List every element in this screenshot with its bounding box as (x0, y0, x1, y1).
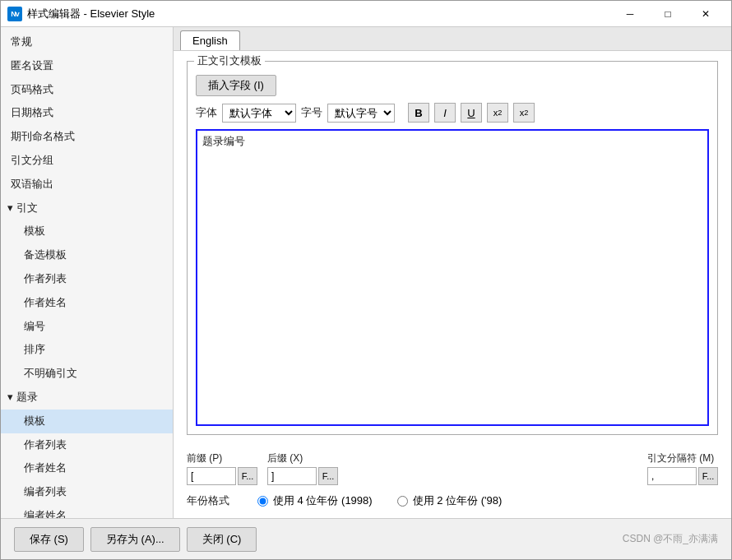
close-window-button[interactable]: ✕ (687, 1, 725, 27)
tab-english[interactable]: English (180, 30, 240, 50)
insert-field-button[interactable]: 插入字段 (I) (196, 75, 276, 96)
year-2digit-label[interactable]: 使用 2 位年份 ('98) (413, 493, 503, 508)
sidebar-item-citation-authorlist[interactable]: 作者列表 (1, 267, 173, 291)
sidebar-item-alias[interactable]: 匿名设置 (1, 54, 173, 78)
suffix-group: 后缀 (X) F... (267, 451, 338, 485)
suffix-btn[interactable]: F... (318, 467, 338, 485)
sidebar-item-citation-authorname[interactable]: 作者姓名 (1, 291, 173, 315)
sidebar-item-page-format[interactable]: 页码格式 (1, 78, 173, 102)
suffix-input[interactable] (267, 467, 317, 485)
separator-group: 引文分隔符 (M) F... (647, 451, 718, 485)
year-4digit-radio[interactable] (257, 496, 268, 507)
font-label: 字体 (196, 105, 217, 120)
title-bar: Nv 样式编辑器 - Elsevier Style ─ □ ✕ (1, 1, 731, 27)
subscript-button[interactable]: x2 (487, 103, 508, 123)
superscript-button[interactable]: x2 (513, 103, 535, 123)
sidebar-item-bib-template[interactable]: 模板 (1, 410, 173, 433)
minimize-button[interactable]: ─ (611, 1, 649, 27)
window-controls: ─ □ ✕ (611, 1, 725, 27)
separator-input[interactable] (647, 467, 697, 485)
sidebar-item-citation-template[interactable]: 模板 (1, 220, 173, 243)
suffix-row: F... (267, 467, 338, 485)
prefix-btn[interactable]: F... (238, 467, 257, 485)
close-button[interactable]: 关闭 (C) (187, 527, 257, 552)
prefix-input[interactable] (187, 467, 236, 485)
sidebar-item-citation-ambiguous[interactable]: 不明确引文 (1, 362, 173, 386)
bottom-fields: 前缀 (P) F... 后缀 (X) F... (187, 451, 718, 485)
section-legend: 正文引文模板 (194, 53, 265, 68)
tab-bar: English (174, 27, 731, 51)
right-panel: English 正文引文模板 插入字段 (I) 字体 默认字体 字号 (174, 27, 731, 518)
sidebar-item-bib-authorlist[interactable]: 作者列表 (1, 433, 173, 457)
sidebar-item-citation-group[interactable]: 引文分组 (1, 149, 173, 173)
separator-row: F... (647, 467, 718, 485)
sidebar-item-citation-number[interactable]: 编号 (1, 315, 173, 339)
separator-label: 引文分隔符 (M) (647, 451, 718, 465)
font-select[interactable]: 默认字体 (222, 104, 296, 123)
bottom-bar: 保存 (S) 另存为 (A)... 关闭 (C) CSDN @不雨_亦满满 (1, 518, 731, 559)
panel-content: 正文引文模板 插入字段 (I) 字体 默认字体 字号 默认字号 B (174, 51, 731, 518)
year-2digit-radio[interactable] (397, 496, 408, 507)
suffix-label: 后缀 (X) (267, 451, 338, 465)
year-4digit-label[interactable]: 使用 4 位年份 (1998) (273, 493, 373, 508)
window-title: 样式编辑器 - Elsevier Style (27, 7, 611, 21)
bold-button[interactable]: B (408, 103, 429, 123)
year-format-row: 年份格式 使用 4 位年份 (1998) 使用 2 位年份 ('98) (187, 493, 718, 508)
sidebar-item-citation-backup[interactable]: 备选模板 (1, 243, 173, 267)
prefix-row: F... (187, 467, 257, 485)
size-label: 字号 (301, 105, 322, 120)
sidebar-item-date-format[interactable]: 日期格式 (1, 101, 173, 125)
italic-button[interactable]: I (434, 103, 456, 123)
app-icon: Nv (7, 7, 22, 21)
maximize-button[interactable]: □ (649, 1, 687, 27)
save-as-button[interactable]: 另存为 (A)... (90, 527, 180, 552)
sidebar: 常规匿名设置页码格式日期格式期刊命名格式引文分组双语输出▾ 引文模板备选模板作者… (1, 27, 174, 518)
underline-button[interactable]: U (461, 103, 482, 123)
sidebar-item-bib-authorname[interactable]: 作者姓名 (1, 456, 173, 480)
template-section: 正文引文模板 插入字段 (I) 字体 默认字体 字号 默认字号 B (187, 61, 718, 435)
sidebar-item-normal[interactable]: 常规 (1, 30, 173, 54)
sidebar-item-bib-editorname[interactable]: 编者姓名 (1, 504, 173, 518)
year-2digit-group: 使用 2 位年份 ('98) (397, 493, 503, 508)
footer-buttons: 保存 (S) 另存为 (A)... 关闭 (C) (14, 527, 257, 552)
prefix-group: 前缀 (P) F... (187, 451, 257, 485)
template-textarea[interactable] (196, 129, 709, 426)
year-4digit-group: 使用 4 位年份 (1998) (257, 493, 373, 508)
sidebar-item-citation-sort[interactable]: 排序 (1, 338, 173, 362)
year-format-label: 年份格式 (187, 493, 229, 508)
sidebar-item-journal-name[interactable]: 期刊命名格式 (1, 125, 173, 149)
main-content: 常规匿名设置页码格式日期格式期刊命名格式引文分组双语输出▾ 引文模板备选模板作者… (1, 27, 731, 518)
font-row: 字体 默认字体 字号 默认字号 B I U x2 x2 (196, 103, 709, 123)
sidebar-item-bibliography-header[interactable]: ▾ 题录 (1, 386, 173, 410)
sidebar-item-bib-editorlist[interactable]: 编者列表 (1, 480, 173, 504)
watermark: CSDN @不雨_亦满满 (623, 532, 718, 546)
prefix-label: 前缀 (P) (187, 451, 257, 465)
separator-btn[interactable]: F... (698, 467, 718, 485)
save-button[interactable]: 保存 (S) (14, 527, 84, 552)
app-window: Nv 样式编辑器 - Elsevier Style ─ □ ✕ 常规匿名设置页码… (0, 0, 732, 560)
sidebar-item-citation-header[interactable]: ▾ 引文 (1, 197, 173, 220)
sidebar-item-bilingual[interactable]: 双语输出 (1, 173, 173, 197)
font-size-select[interactable]: 默认字号 (327, 104, 395, 123)
